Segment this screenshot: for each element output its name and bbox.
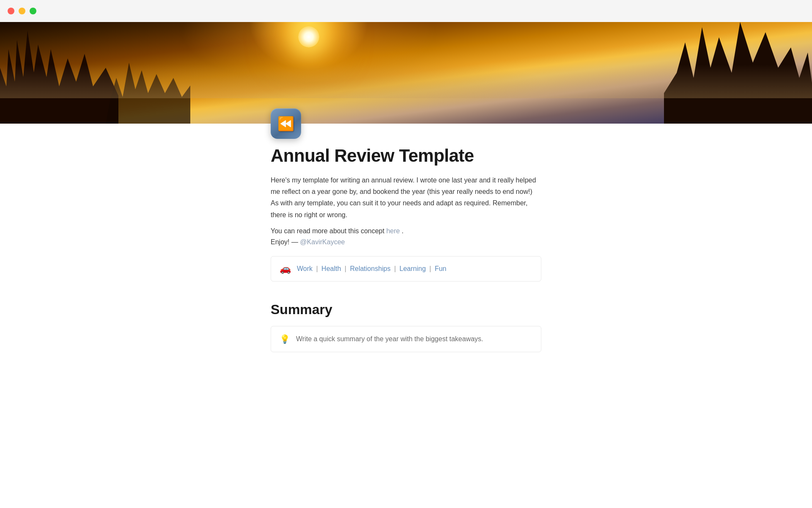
page-icon-wrapper: ⏪ [271,108,541,139]
enjoy-line: Enjoy! — @KavirKaycee [271,238,541,246]
health-link[interactable]: Health [321,265,341,272]
learning-link[interactable]: Learning [400,265,426,272]
titlebar [0,0,812,22]
read-more-period: . [402,227,403,235]
here-link[interactable]: here [386,227,400,235]
sun-decoration [298,26,319,47]
relationships-link[interactable]: Relationships [350,265,390,272]
mist-decoration [0,64,812,98]
summary-callout: 💡 Write a quick summary of the year with… [271,326,541,352]
fun-link[interactable]: Fun [435,265,447,272]
minimize-button[interactable] [19,8,25,14]
separator-1: | [316,265,320,272]
navigation-callout: 🚗 Work | Health | Relationships | Learni… [271,256,541,282]
close-button[interactable] [8,8,14,14]
separator-4: | [429,265,433,272]
page-description: Here's my template for writing an annual… [271,174,541,221]
separator-2: | [345,265,348,272]
separator-3: | [394,265,398,272]
summary-placeholder: Write a quick summary of the year with t… [296,335,483,343]
summary-heading: Summary [271,302,541,318]
rewind-icon: ⏪ [277,117,294,130]
page-wrapper: ⏪ Annual Review Template Here's my templ… [0,22,812,352]
content-area: ⏪ Annual Review Template Here's my templ… [186,108,626,352]
author-handle: @KavirKaycee [300,238,345,246]
lightbulb-icon: 💡 [280,334,290,344]
callout-car-icon: 🚗 [280,263,291,274]
enjoy-text: Enjoy! — [271,238,300,246]
maximize-button[interactable] [30,8,36,14]
read-more-prefix: You can read more about this concept [271,227,386,235]
page-title: Annual Review Template [271,146,541,166]
work-link[interactable]: Work [297,265,313,272]
callout-links: Work | Health | Relationships | Learning… [297,265,446,273]
read-more-line: You can read more about this concept her… [271,227,541,235]
page-icon: ⏪ [271,108,301,139]
